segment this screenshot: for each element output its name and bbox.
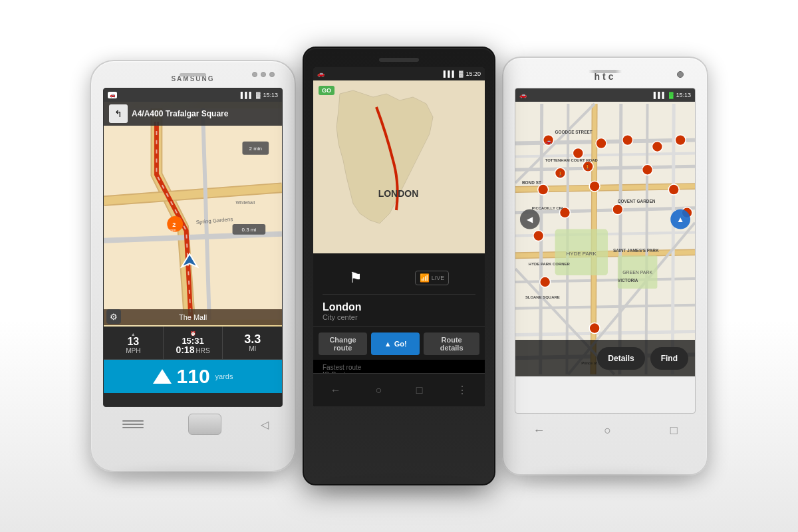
duration-unit: HRS bbox=[196, 347, 209, 354]
samsung-menu-button[interactable] bbox=[117, 414, 149, 434]
time-cell: ⏰ 15:31 0:18 HRS bbox=[164, 327, 223, 359]
htc-status-bar: 🚗 ▌▌▌ ▓ 15:13 bbox=[515, 88, 695, 102]
htc-status-right: ▌▌▌ ▓ 15:13 bbox=[654, 92, 691, 98]
phone-htc: htc 🚗 ▌▌▌ ▓ 15:13 bbox=[502, 57, 708, 475]
dest-sub: City center bbox=[323, 313, 475, 321]
svg-text:LONDON: LONDON bbox=[378, 188, 419, 199]
screen-htc: 🚗 ▌▌▌ ▓ 15:13 bbox=[515, 88, 696, 414]
phones-container: SAMSUNG 🚗 ▌▌▌ ▓ 15:13 ↰ bbox=[0, 0, 798, 532]
htc-map-svg: HYDE PARK GREEN PARK 🚗 bbox=[515, 102, 695, 376]
svg-text:🚶: 🚶 bbox=[585, 164, 591, 170]
svg-text:SAINT JAMES'S PARK: SAINT JAMES'S PARK bbox=[613, 248, 659, 253]
menu-lines bbox=[122, 417, 144, 432]
go-badge: GO bbox=[319, 86, 334, 95]
samsung-bottom-bar: ▲ 13 MPH ⏰ 15:31 0:18 HRS 3.3 bbox=[104, 327, 282, 406]
htc-map: HYDE PARK GREEN PARK 🚗 bbox=[515, 102, 695, 376]
nexus-nav-bar: ← ○ □ ⋮ bbox=[313, 373, 485, 406]
htc-speaker bbox=[589, 70, 622, 73]
samsung-speaker bbox=[180, 73, 206, 76]
htc-car-icon: 🚗 bbox=[519, 92, 527, 98]
car-status-icon: 🚗 bbox=[108, 92, 117, 98]
svg-text:TOTTENHAM COURT ROAD: TOTTENHAM COURT ROAD bbox=[545, 158, 598, 162]
speed-arrow-container bbox=[153, 369, 172, 384]
android-recent-icon[interactable]: □ bbox=[416, 384, 423, 396]
htc-top: htc bbox=[503, 65, 707, 88]
speed-value: 13 bbox=[127, 336, 139, 347]
htc-back-icon[interactable]: ← bbox=[533, 424, 545, 438]
svg-point-48 bbox=[538, 184, 549, 195]
screen-samsung: 🚗 ▌▌▌ ▓ 15:13 ↰ A4/A400 Trafalgar Square bbox=[103, 88, 283, 407]
svg-line-31 bbox=[620, 104, 621, 374]
htc-home-icon[interactable]: ○ bbox=[604, 424, 611, 438]
svg-text:🚶: 🚶 bbox=[557, 170, 564, 177]
svg-text:2: 2 bbox=[172, 221, 176, 228]
svg-line-33 bbox=[672, 104, 674, 374]
svg-point-57 bbox=[589, 323, 600, 334]
battery-icon: ▓ bbox=[256, 92, 261, 98]
samsung-home-button[interactable] bbox=[188, 414, 221, 435]
htc-recent-icon[interactable]: □ bbox=[670, 424, 678, 438]
route-type: Fastest route bbox=[323, 364, 475, 371]
phone-nexus: 🚗 ▌▌▌ ▓ 15:20 GO LONDON bbox=[303, 47, 495, 485]
nexus-time: 15:20 bbox=[466, 70, 481, 77]
nexus-physical-bottom bbox=[304, 406, 494, 440]
go-button[interactable]: ▲ Go! bbox=[371, 332, 420, 355]
go-arrow-icon: ▲ bbox=[384, 340, 392, 348]
svg-text:SLOANE SQUARE: SLOANE SQUARE bbox=[525, 295, 560, 299]
android-back-icon[interactable]: ← bbox=[331, 384, 341, 396]
android-home-icon[interactable]: ○ bbox=[375, 384, 382, 396]
samsung-back-button[interactable]: ◁ bbox=[261, 418, 269, 431]
distance-value: 3.3 bbox=[244, 333, 261, 345]
svg-point-47 bbox=[675, 135, 686, 146]
svg-point-43 bbox=[573, 148, 583, 159]
svg-text:🚗: 🚗 bbox=[545, 138, 552, 144]
street-name: The Mall bbox=[179, 313, 207, 321]
signal-icon: ▌▌▌ bbox=[241, 92, 253, 98]
status-left-icons: 🚗 bbox=[108, 92, 117, 98]
destination-flag-icon: ⚑ bbox=[349, 269, 362, 287]
settings-button[interactable]: ⚙ bbox=[106, 309, 121, 324]
svg-text:BOND ST: BOND ST bbox=[522, 180, 541, 185]
dest-name: London bbox=[323, 301, 475, 313]
camera-dot bbox=[252, 72, 257, 77]
svg-point-46 bbox=[652, 142, 662, 152]
street-bottom-label: The Mall bbox=[104, 309, 282, 325]
details-button[interactable]: Details bbox=[597, 347, 644, 370]
nexus-map: GO LONDON bbox=[313, 80, 485, 253]
samsung-physical-buttons: ◁ bbox=[91, 407, 295, 442]
distance-cell: 3.3 MI bbox=[223, 327, 282, 359]
speed-cell: ▲ 13 MPH bbox=[104, 327, 164, 359]
android-menu-icon[interactable]: ⋮ bbox=[457, 384, 467, 396]
phone-samsung: SAMSUNG 🚗 ▌▌▌ ▓ 15:13 ↰ bbox=[90, 60, 296, 472]
svg-point-52 bbox=[533, 231, 544, 241]
samsung-status-bar: 🚗 ▌▌▌ ▓ 15:13 bbox=[104, 88, 282, 102]
wifi-icon: 📶 bbox=[420, 273, 430, 283]
htc-bottom-buttons: Details Find bbox=[515, 340, 695, 376]
find-button[interactable]: Find bbox=[650, 347, 688, 370]
main-speed-unit: yards bbox=[215, 372, 233, 380]
speed-bar: 110 yards bbox=[104, 360, 282, 393]
samsung-cameras bbox=[252, 72, 275, 77]
duration-value: 0:18 bbox=[176, 345, 194, 354]
htc-battery: ▓ bbox=[669, 92, 674, 98]
route-details-button[interactable]: Route details bbox=[424, 332, 479, 355]
map-roads-svg: 2 min 0.3 mi Spring Gardens Whitehall 2 … bbox=[104, 102, 282, 327]
svg-text:▲: ▲ bbox=[676, 215, 684, 224]
htc-time: 15:13 bbox=[676, 92, 691, 98]
svg-text:PICCADILLY CIR: PICCADILLY CIR bbox=[532, 206, 564, 210]
htc-nav-bar: ← ○ □ bbox=[503, 414, 707, 447]
status-right-info: ▌▌▌ ▓ 15:13 bbox=[241, 92, 278, 98]
svg-point-56 bbox=[540, 277, 551, 287]
main-speed: 110 bbox=[177, 365, 210, 388]
info-row: ▲ 13 MPH ⏰ 15:31 0:18 HRS 3.3 bbox=[104, 327, 282, 360]
svg-point-51 bbox=[668, 184, 679, 195]
speaker-dot bbox=[269, 72, 275, 77]
svg-point-45 bbox=[622, 135, 633, 146]
svg-text:0.3 mi: 0.3 mi bbox=[242, 227, 257, 233]
nav-street-label: A4/A400 Trafalgar Square bbox=[132, 109, 228, 118]
nav-header: ↰ A4/A400 Trafalgar Square bbox=[104, 102, 282, 126]
svg-text:GOODGE STREET: GOODGE STREET bbox=[555, 130, 593, 134]
samsung-top: SAMSUNG bbox=[91, 69, 295, 88]
speed-unit: MPH bbox=[126, 347, 140, 354]
change-route-button[interactable]: Change route bbox=[319, 332, 367, 355]
